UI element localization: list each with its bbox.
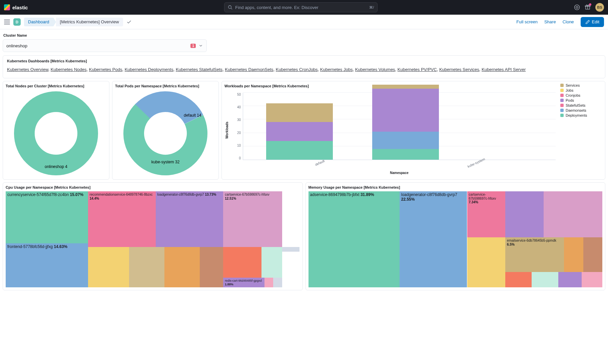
treemap-tile[interactable] [576, 191, 602, 237]
k8s-link[interactable]: Kubernetes Nodes [51, 67, 87, 72]
panel-mem: Memory Usage per Namespace [Metrics Kube… [306, 182, 606, 290]
k8s-link[interactable]: Kubernetes CronJobs [276, 67, 318, 72]
treemap-tile[interactable] [282, 247, 300, 252]
clone-button[interactable]: Clone [563, 19, 574, 24]
fullscreen-button[interactable]: Full screen [516, 19, 538, 24]
search-placeholder: Find apps, content, and more. Ex: Discov… [235, 5, 318, 10]
treemap-tile[interactable] [505, 191, 544, 237]
workloads-legend: ServicesJobsCronjobsPodsStatefulSetsDaem… [560, 83, 603, 118]
cluster-name-filter[interactable]: onlineshop 1 [3, 39, 207, 52]
legend-item[interactable]: Deployments [560, 113, 603, 117]
pencil-icon [585, 20, 590, 24]
legend-item[interactable]: Jobs [560, 88, 603, 92]
share-button[interactable]: Share [544, 19, 556, 24]
search-shortcut: ⌘/ [369, 5, 374, 10]
treemap-tile[interactable] [88, 247, 129, 287]
treemap-tile[interactable] [129, 247, 164, 287]
legend-item[interactable]: Pods [560, 98, 603, 102]
panel-title: Cpu Usage per Namespace [Metrics Kuberne… [6, 185, 300, 189]
bar-plot: 50403020100 defaultkube-system Namespace [231, 93, 602, 170]
k8s-link[interactable]: Kubernetes Pods [89, 67, 122, 72]
legend-item[interactable]: Services [560, 83, 603, 87]
treemap-tile[interactable]: redis-cart-96d48485f-gpgxd 1.88% [223, 278, 264, 287]
treemap-tile[interactable] [467, 237, 506, 287]
k8s-link[interactable]: Kubernetes Volumes [355, 67, 395, 72]
treemap-tile[interactable] [532, 272, 558, 287]
bar [266, 93, 333, 160]
nav-toggle[interactable] [4, 20, 10, 24]
legend-item[interactable]: Daemonsets [560, 108, 603, 112]
treemap-tile[interactable] [261, 247, 282, 278]
treemap-tile[interactable]: currencyservice-574f65d7f8-zc4bn 15.07% [6, 191, 88, 243]
elastic-logo-icon [4, 4, 10, 10]
panel-row-1: Total Nodes per Cluster [Metrics Kuberne… [3, 81, 605, 180]
k8s-link[interactable]: Kubernetes Deployments [125, 67, 173, 72]
donut-label: onlineshop 4 [45, 164, 67, 169]
sub-header: D Dashboard [Metrics Kubernetes] Overvie… [0, 15, 608, 29]
panel-total-nodes: Total Nodes per Cluster [Metrics Kuberne… [3, 81, 109, 180]
notification-dot [589, 3, 591, 6]
cluster-name-value: onlineshop [6, 43, 188, 48]
treemap-tile[interactable] [264, 278, 273, 287]
treemap-tile[interactable]: recommendationservice-648978746-8bzxc 14… [88, 191, 156, 247]
k8s-link[interactable]: Kubernetes API Server [482, 67, 526, 72]
dashboards-links-panel: Kubernetes Dashboards [Metrics Kubernete… [3, 55, 605, 78]
treemap-tile[interactable]: loadgenerator-c8f76d8db-gvrp7 13.73% [156, 191, 223, 247]
panel-title: Total Nodes per Cluster [Metrics Kuberne… [6, 84, 106, 88]
panel-total-pods: Total Pods per Namespace [Metrics Kubern… [112, 81, 219, 180]
treemap-tile[interactable] [564, 237, 583, 272]
k8s-link[interactable]: Kubernetes DaemonSets [225, 67, 273, 72]
treemap-tile[interactable] [164, 247, 200, 287]
pods-donut: default 14 kube-system 32 [115, 90, 216, 177]
chevron-down-icon [198, 43, 203, 48]
newsfeed-button[interactable] [585, 4, 591, 11]
treemap-tile[interactable]: cartservice-67b598697c-hfsxv 7.34% [467, 191, 506, 237]
panel-title: Memory Usage per Namespace [Metrics Kube… [309, 185, 603, 189]
treemap-tile[interactable] [273, 278, 282, 287]
space-selector[interactable]: D [13, 18, 21, 26]
breadcrumb-current: [Metrics Kubernetes] Overview [56, 18, 123, 26]
header-actions: BS [574, 3, 604, 12]
treemap-tile[interactable] [583, 237, 602, 272]
panel-cpu: Cpu Usage per Namespace [Metrics Kuberne… [3, 182, 303, 290]
edit-label: Edit [592, 19, 599, 24]
treemap-tile[interactable] [505, 272, 532, 287]
treemap-tile[interactable] [558, 272, 582, 287]
treemap-tile[interactable] [200, 247, 223, 287]
breadcrumb-dashboard[interactable]: Dashboard [24, 18, 53, 26]
treemap-tile[interactable]: frontend-5778bfc56d-jjfxg 14.63% [6, 243, 88, 287]
k8s-link[interactable]: Kubernetes Overview [7, 67, 48, 72]
donut-label-kubesystem: kube-system 32 [151, 160, 180, 164]
svg-line-1 [231, 8, 232, 10]
donut-label-default: default 14 [184, 113, 201, 118]
y-axis-label: Workloads [224, 122, 229, 139]
global-header: elastic Find apps, content, and more. Ex… [0, 0, 608, 15]
legend-item[interactable]: Cronjobs [560, 93, 603, 97]
global-search[interactable]: Find apps, content, and more. Ex: Discov… [224, 2, 378, 12]
svg-point-2 [575, 5, 580, 10]
k8s-link[interactable]: Kubernetes StatefulSets [176, 67, 222, 72]
treemap-tile[interactable]: cartservice-67b598697c-hfsxv 12.51% [223, 191, 282, 247]
breadcrumb: Dashboard [Metrics Kubernetes] Overview [24, 18, 123, 26]
treemap-tile[interactable] [223, 247, 261, 278]
treemap-tile[interactable] [582, 272, 602, 287]
k8s-link[interactable]: Kubernetes PV/PVC [398, 67, 437, 72]
edit-button[interactable]: Edit [581, 17, 604, 27]
help-icon[interactable] [574, 4, 580, 10]
treemap-tile[interactable]: loadgenerator-c8f76d8db-gvrp7 22.55% [400, 191, 467, 287]
y-ticks: 50403020100 [231, 93, 241, 160]
treemap-tile[interactable] [544, 191, 576, 237]
treemap-tile[interactable]: emailservice-6db78645b5-ppmdk 6.5% [505, 237, 564, 272]
k8s-link[interactable]: Kubernetes Services [439, 67, 479, 72]
k8s-link[interactable]: Kubernetes Jobs [320, 67, 353, 72]
breadcrumb-sep [53, 18, 56, 26]
check-icon[interactable] [126, 19, 132, 25]
links-panel-title: Kubernetes Dashboards [Metrics Kubernete… [7, 59, 601, 63]
bar [372, 93, 439, 160]
treemap-tile[interactable]: adservice-8694798b7b-jbfxt 31.89% [309, 191, 400, 287]
elastic-logo[interactable]: elastic [4, 4, 28, 10]
panel-row-2: Cpu Usage per Namespace [Metrics Kuberne… [3, 182, 605, 290]
legend-item[interactable]: StatefulSets [560, 103, 603, 107]
user-avatar[interactable]: BS [595, 3, 604, 12]
treemap-tile[interactable] [282, 247, 300, 287]
